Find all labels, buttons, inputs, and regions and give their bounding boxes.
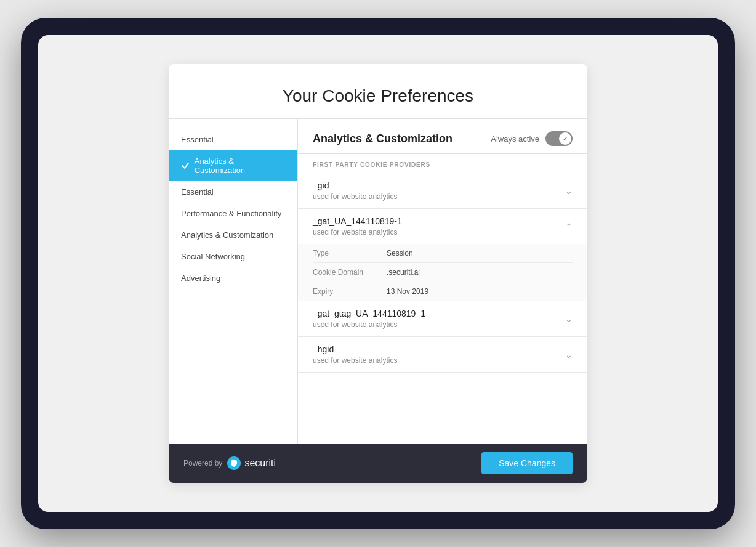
cookie-desc-gid: used for website analytics [313,192,397,201]
save-changes-button[interactable]: Save Changes [481,452,573,474]
cookie-item-gat-ua-header[interactable]: _gat_UA_144110819-1 used for website ana… [298,209,587,244]
cookie-desc-hgid: used for website analytics [313,356,397,365]
detail-key-expiry: Expiry [313,287,387,296]
sidebar-item-advertising[interactable]: Advertising [169,267,297,289]
cookie-name-gat-ua: _gat_UA_144110819-1 [313,216,402,226]
modal-footer: Powered by securiti Save Changes [169,444,587,483]
cookie-desc-gat-gtag: used for website analytics [313,320,425,329]
cookie-desc-gat-ua: used for website analytics [313,228,402,237]
device-frame: Your Cookie Preferences Essential Analyt… [21,18,735,529]
always-active-label: Always active [491,134,539,144]
cookie-list: _gid used for website analytics ⌄ _gat_U… [298,173,587,444]
cookie-item-gat-gtag-header[interactable]: _gat_gtag_UA_144110819_1 used for websit… [298,301,587,336]
device-screen: Your Cookie Preferences Essential Analyt… [38,35,718,512]
check-icon [181,161,190,170]
cookie-detail-expiry: Expiry 13 Nov 2019 [313,282,573,301]
content-title: Analytics & Customization [313,132,452,145]
cookie-detail-type: Type Session [313,244,573,263]
cookie-name-gat-gtag: _gat_gtag_UA_144110819_1 [313,309,425,318]
sidebar-item-analytics-active[interactable]: Analytics & Customization [169,150,297,181]
securiti-shield-icon [230,459,238,468]
sidebar-item-social[interactable]: Social Networking [169,246,297,267]
cookie-item-gid-left: _gid used for website analytics [313,180,397,201]
always-active-toggle[interactable]: ✓ [545,131,573,146]
always-active-area: Always active ✓ [491,131,573,146]
sidebar-item-essential[interactable]: Essential [169,181,297,203]
sidebar-item-label: Analytics & Customization [181,230,273,240]
sidebar-item-label: Performance & Functionality [181,209,281,218]
cookie-item-hgid: _hgid used for website analytics ⌄ [298,337,587,373]
detail-key-domain: Cookie Domain [313,268,387,277]
chevron-up-icon-gat-ua: ⌃ [565,222,573,232]
detail-value-domain: .securiti.ai [387,268,420,277]
cookie-detail-domain: Cookie Domain .securiti.ai [313,263,573,282]
cookie-name-gid: _gid [313,180,397,190]
page-title: Your Cookie Preferences [193,86,563,106]
detail-value-type: Session [387,249,413,257]
securiti-icon [227,456,241,470]
cookie-item-gid: _gid used for website analytics ⌄ [298,173,587,209]
sidebar-item-performance[interactable]: Performance & Functionality [169,203,297,224]
toggle-check-icon: ✓ [563,136,568,142]
content-header: Analytics & Customization Always active … [298,119,587,154]
securiti-brand-name: securiti [244,458,276,469]
sidebar-active-label: Analytics & Customization [195,156,285,175]
modal-header: Your Cookie Preferences [169,64,587,119]
chevron-down-icon-gat-gtag: ⌄ [565,314,573,324]
cookie-item-gat-gtag: _gat_gtag_UA_144110819_1 used for websit… [298,301,587,337]
cookie-item-gat-ua-left: _gat_UA_144110819-1 used for website ana… [313,216,402,237]
modal-body: Essential Analytics & Customization Esse… [169,119,587,444]
powered-by-label: Powered by [183,459,222,468]
cookie-item-gid-header[interactable]: _gid used for website analytics ⌄ [298,173,587,208]
sidebar-item-label: Essential [181,187,214,197]
detail-value-expiry: 13 Nov 2019 [387,287,428,296]
chevron-down-icon-hgid: ⌄ [565,350,573,360]
securiti-logo: securiti [227,456,276,470]
powered-by: Powered by securiti [183,456,276,470]
section-label: FIRST PARTY COOKIE PROVIDERS [298,154,587,173]
cookie-name-hgid: _hgid [313,344,397,354]
toggle-knob: ✓ [559,132,571,145]
detail-key-type: Type [313,249,387,257]
cookie-item-gat-ua: _gat_UA_144110819-1 used for website ana… [298,209,587,301]
cookie-item-gat-gtag-left: _gat_gtag_UA_144110819_1 used for websit… [313,309,425,329]
sidebar-item-label: Social Networking [181,252,245,261]
sidebar-item-essential-top[interactable]: Essential [169,129,297,150]
cookie-preferences-modal: Your Cookie Preferences Essential Analyt… [169,64,587,483]
cookie-item-hgid-left: _hgid used for website analytics [313,344,397,365]
sidebar-item-label: Essential [181,135,214,144]
cookie-details-gat-ua: Type Session Cookie Domain .securiti.ai … [298,244,587,301]
content-area: Analytics & Customization Always active … [298,119,587,444]
chevron-down-icon-gid: ⌄ [565,186,573,196]
sidebar-item-analytics-2[interactable]: Analytics & Customization [169,224,297,246]
sidebar: Essential Analytics & Customization Esse… [169,119,298,444]
sidebar-item-label: Advertising [181,274,220,283]
cookie-item-hgid-header[interactable]: _hgid used for website analytics ⌄ [298,337,587,372]
